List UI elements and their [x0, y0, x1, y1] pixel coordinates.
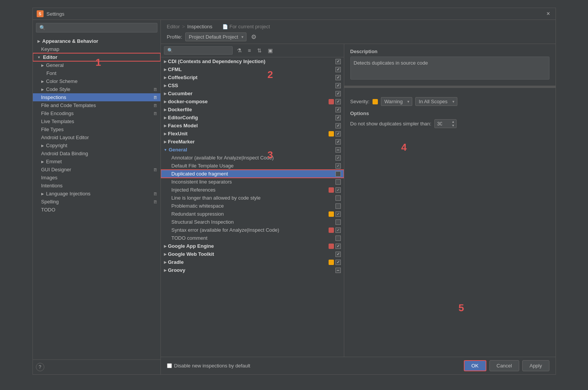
spin-down-button[interactable]: ▼: [450, 124, 456, 128]
severity-select[interactable]: Warning Error Info: [381, 97, 412, 106]
main-body: ⚗ ≡ ⇅ ▣ ▶ CDI (Contexts and Dependency I…: [161, 44, 556, 357]
insp-group-groovy[interactable]: ▶ Groovy: [161, 266, 344, 274]
insp-item-structural[interactable]: Structural Search Inspection: [161, 218, 344, 226]
coffeescript-check[interactable]: [335, 75, 341, 80]
sidebar-item-language-injections[interactable]: ▶ Language Injections 🖹: [33, 190, 160, 198]
insp-item-duplicated[interactable]: Duplicated code fragment: [161, 170, 344, 178]
insp-item-annotator[interactable]: Annotator (available for Analyze|Inspect…: [161, 154, 344, 162]
disable-checkbox[interactable]: [167, 363, 172, 368]
editorconfig-check[interactable]: [335, 115, 341, 120]
sidebar-item-todo[interactable]: TODO: [33, 206, 160, 214]
insp-group-cucumber[interactable]: ▶ Cucumber: [161, 89, 344, 98]
sidebar-item-images[interactable]: Images: [33, 174, 160, 182]
sort-button[interactable]: ≡: [246, 47, 253, 54]
insp-group-general[interactable]: ▼ General: [161, 146, 344, 154]
insp-item-line-longer[interactable]: Line is longer than allowed by code styl…: [161, 194, 344, 202]
expand-button[interactable]: ⇅: [255, 47, 264, 54]
sidebar-item-general[interactable]: ▶ General: [33, 61, 160, 69]
google-app-check[interactable]: [335, 244, 341, 249]
insp-group-dockerfile[interactable]: ▶ Dockerfile: [161, 106, 344, 114]
sidebar-item-color-scheme[interactable]: ▶ Color Scheme: [33, 77, 160, 85]
flexunit-check[interactable]: [335, 131, 341, 136]
insp-group-editorconfig[interactable]: ▶ EditorConfig: [161, 114, 344, 122]
default-file-check[interactable]: [335, 163, 341, 169]
sidebar-search-input[interactable]: [36, 23, 157, 32]
sidebar-item-keymap[interactable]: Keymap: [33, 45, 160, 53]
cfml-check[interactable]: [335, 67, 341, 72]
insp-group-cdi[interactable]: ▶ CDI (Contexts and Dependency Injection…: [161, 57, 344, 65]
insp-item-todo-comment[interactable]: TODO comment: [161, 234, 344, 242]
duplicated-check[interactable]: [335, 171, 341, 177]
sidebar-item-live-templates[interactable]: Live Templates: [33, 117, 160, 125]
number-input[interactable]: [435, 120, 450, 128]
cancel-button[interactable]: Cancel: [489, 360, 519, 371]
cdi-check[interactable]: [335, 59, 341, 64]
freeMarker-severity: [329, 139, 334, 145]
freeMarker-check[interactable]: [335, 139, 341, 145]
gradle-check[interactable]: [335, 260, 341, 265]
sidebar-item-intentions[interactable]: Intentions: [33, 182, 160, 190]
sidebar-item-file-types[interactable]: File Types: [33, 125, 160, 133]
freeMarker-arrow: ▶: [164, 140, 167, 144]
faces-model-check[interactable]: [335, 123, 341, 128]
insp-group-faces-model[interactable]: ▶ Faces Model: [161, 122, 344, 130]
inspection-search-input[interactable]: [164, 46, 233, 55]
insp-item-syntax-error[interactable]: Syntax error (available for Analyze|Insp…: [161, 226, 344, 234]
sidebar-item-inspections[interactable]: Inspections 🖹: [33, 93, 160, 101]
problematic-check[interactable]: [335, 203, 341, 209]
sidebar-item-spelling[interactable]: Spelling 🖹: [33, 198, 160, 206]
sidebar-item-code-style[interactable]: ▶ Code Style 🖹: [33, 85, 160, 93]
insp-group-gradle[interactable]: ▶ Gradle: [161, 258, 344, 266]
structural-check[interactable]: [335, 219, 341, 225]
sidebar-item-font[interactable]: Font: [33, 69, 160, 77]
sidebar-item-file-encodings[interactable]: File Encodings 🖹: [33, 109, 160, 117]
insp-item-inconsistent[interactable]: Inconsistent line separators: [161, 178, 344, 186]
line-longer-check[interactable]: [335, 195, 341, 201]
filter-button[interactable]: ⚗: [235, 47, 244, 54]
spin-up-button[interactable]: ▲: [450, 120, 456, 124]
resize-handle[interactable]: [344, 86, 556, 88]
sidebar-item-appearance[interactable]: ▶ Appearance & Behavior: [33, 37, 160, 45]
insp-item-problematic[interactable]: Problematic whitespace: [161, 202, 344, 210]
insp-group-google-app[interactable]: ▶ Google App Engine: [161, 242, 344, 250]
sidebar-item-android-layout[interactable]: Android Layout Editor: [33, 133, 160, 141]
general-check[interactable]: [335, 147, 341, 153]
insp-group-flexunit[interactable]: ▶ FlexUnit: [161, 130, 344, 138]
sidebar-item-gui-designer[interactable]: GUI Designer 🖹: [33, 166, 160, 174]
help-button[interactable]: ?: [36, 363, 44, 371]
insp-item-injected-refs[interactable]: Injected References: [161, 186, 344, 194]
sidebar-item-emmet[interactable]: ▶ Emmet: [33, 158, 160, 166]
inconsistent-check[interactable]: [335, 179, 341, 185]
dockerfile-check[interactable]: [335, 107, 341, 112]
injected-refs-check[interactable]: [335, 187, 341, 193]
docker-compose-check[interactable]: [335, 99, 341, 104]
css-check[interactable]: [335, 83, 341, 88]
insp-group-google-web[interactable]: ▶ Google Web Toolkit: [161, 250, 344, 258]
cucumber-check[interactable]: [335, 91, 341, 96]
project-link: 📄 For current project: [222, 24, 270, 29]
sidebar-item-editor[interactable]: ▼ Editor: [33, 53, 160, 61]
groovy-check[interactable]: [335, 268, 341, 273]
close-button[interactable]: ×: [545, 10, 551, 17]
google-web-check[interactable]: [335, 252, 341, 257]
insp-group-css[interactable]: ▶ CSS: [161, 81, 344, 89]
syntax-error-check[interactable]: [335, 227, 341, 233]
insp-item-default-file[interactable]: Default File Template Usage: [161, 162, 344, 170]
sidebar-item-file-code-templates[interactable]: File and Code Templates 🖹: [33, 101, 160, 109]
ok-button[interactable]: OK: [464, 360, 486, 371]
profile-select[interactable]: Project Default Project: [185, 32, 246, 41]
sidebar-item-copyright[interactable]: ▶ Copyright: [33, 141, 160, 150]
group-button[interactable]: ▣: [266, 47, 275, 54]
insp-item-redundant[interactable]: Redundant suppression: [161, 210, 344, 218]
insp-group-cfml[interactable]: ▶ CFML: [161, 65, 344, 73]
scope-select[interactable]: In All Scopes: [415, 97, 457, 106]
redundant-check[interactable]: [335, 211, 341, 217]
annotator-check[interactable]: [335, 155, 341, 161]
apply-button[interactable]: Apply: [522, 360, 549, 371]
insp-group-docker-compose[interactable]: ▶ docker-compose: [161, 98, 344, 106]
insp-group-freeMarker[interactable]: ▶ FreeMarker: [161, 138, 344, 146]
insp-group-coffeescript[interactable]: ▶ CoffeeScript: [161, 73, 344, 81]
gear-button[interactable]: ⚙: [249, 32, 258, 41]
sidebar-item-android-data-binding[interactable]: Android Data Binding: [33, 150, 160, 158]
todo-comment-check[interactable]: [335, 236, 341, 241]
